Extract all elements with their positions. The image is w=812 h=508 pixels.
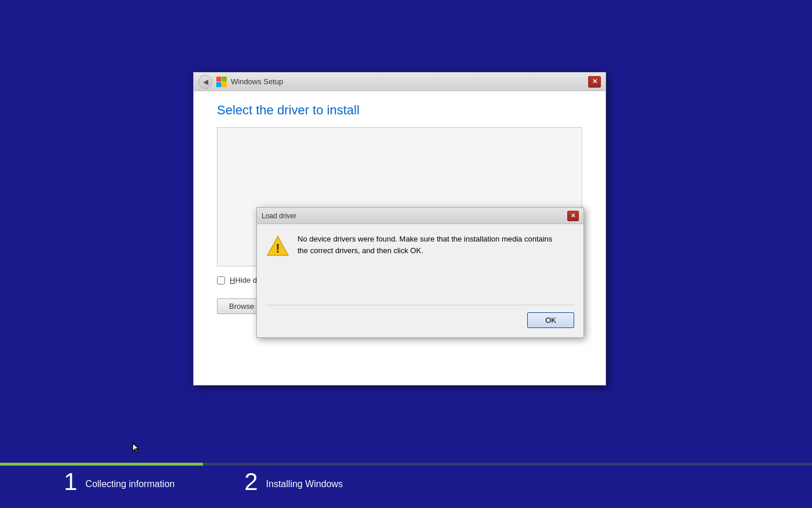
warning-icon: ! <box>266 235 289 258</box>
setup-window: ◀ Windows Setup ✕ Select the driver to i… <box>193 72 606 385</box>
desktop: ◀ Windows Setup ✕ Select the driver to i… <box>0 0 812 508</box>
ok-button[interactable]: OK <box>527 312 574 328</box>
dialog-body: ! No device drivers were found. Make sur… <box>257 224 583 337</box>
hide-drivers-checkbox[interactable] <box>217 276 225 284</box>
progress-bar-fill <box>0 463 203 466</box>
step2-label: Installing Windows <box>266 479 343 489</box>
page-title: Select the driver to install <box>217 103 582 118</box>
svg-rect-3 <box>222 82 227 87</box>
close-icon: ✕ <box>592 78 597 85</box>
progress-bar-track <box>0 463 812 466</box>
step1-item: 1 Collecting information <box>64 470 175 494</box>
svg-marker-6 <box>133 443 139 452</box>
dialog-message-row: ! No device drivers were found. Make sur… <box>266 233 574 299</box>
dialog-titlebar: Load driver ✕ <box>257 208 583 224</box>
dialog-title: Load driver <box>262 212 296 220</box>
dialog-close-icon: ✕ <box>571 212 575 219</box>
back-button[interactable]: ◀ <box>198 75 212 89</box>
load-driver-dialog: Load driver ✕ ! No device drivers were f… <box>256 207 584 338</box>
window-title: Windows Setup <box>231 77 283 86</box>
dialog-message: No device drivers were found. Make sure … <box>298 233 552 299</box>
step-indicators: 1 Collecting information 2 Installing Wi… <box>0 463 812 501</box>
step2-number: 2 <box>244 470 258 494</box>
step1-label: Collecting information <box>85 479 175 489</box>
svg-rect-0 <box>216 77 222 82</box>
step2-item: 2 Installing Windows <box>244 470 343 494</box>
windows-icon <box>216 76 227 88</box>
dialog-close-button[interactable]: ✕ <box>567 211 579 221</box>
back-icon: ◀ <box>203 78 208 86</box>
svg-rect-2 <box>216 82 222 87</box>
titlebar-left: ◀ Windows Setup <box>198 75 283 89</box>
window-close-button[interactable]: ✕ <box>588 76 601 88</box>
step1-number: 1 <box>64 470 77 494</box>
svg-rect-1 <box>222 77 227 82</box>
mouse-cursor <box>132 442 139 454</box>
dialog-footer: OK <box>266 305 574 328</box>
svg-text:!: ! <box>276 241 280 255</box>
status-bar: 1 Collecting information 2 Installing Wi… <box>0 463 812 508</box>
window-content: Select the driver to install HHide drive… <box>194 91 606 385</box>
progress-bar-rest <box>203 463 812 466</box>
window-titlebar: ◀ Windows Setup ✕ <box>194 73 606 91</box>
